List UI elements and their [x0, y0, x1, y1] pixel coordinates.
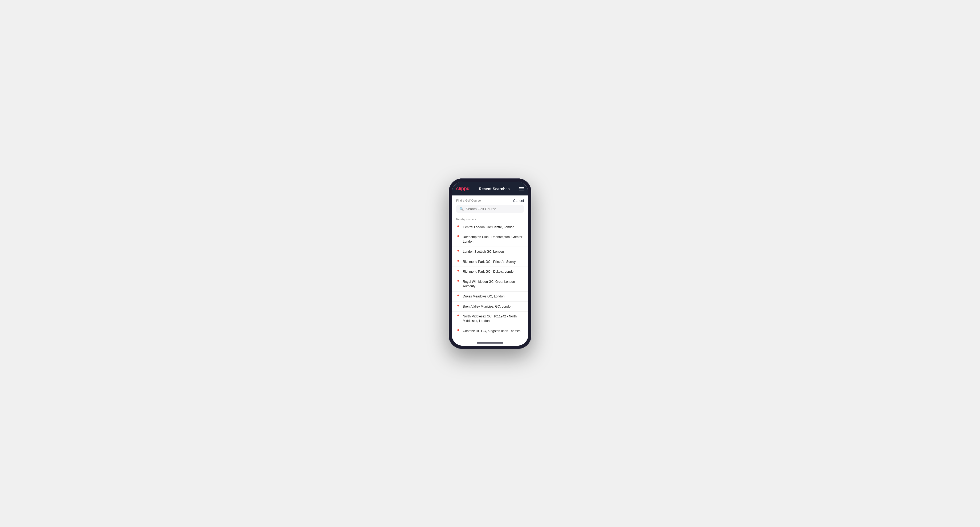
course-name: Royal Wimbledon GC, Great London Authori… — [463, 279, 524, 289]
phone-device: clippd Recent Searches Find a Golf Cours… — [449, 178, 531, 349]
course-name: Central London Golf Centre, London — [463, 225, 514, 230]
list-item[interactable]: 📍 Royal Wimbledon GC, Great London Autho… — [452, 277, 528, 292]
pin-icon: 📍 — [456, 260, 460, 264]
course-name: North Middlesex GC (1011942 - North Midd… — [463, 314, 524, 323]
cancel-button[interactable]: Cancel — [513, 198, 524, 203]
list-item[interactable]: 📍 Dukes Meadows GC, London — [452, 292, 528, 302]
phone-screen: clippd Recent Searches Find a Golf Cours… — [452, 182, 528, 346]
pin-icon: 📍 — [456, 280, 460, 284]
search-container: 🔍 — [452, 205, 528, 216]
course-name: Brent Valley Municipal GC, London — [463, 305, 512, 309]
list-item[interactable]: 📍 North Middlesex GC (1011942 - North Mi… — [452, 311, 528, 326]
search-input[interactable] — [466, 207, 521, 211]
list-item[interactable]: 📍 Brent Valley Municipal GC, London — [452, 302, 528, 312]
search-box: 🔍 — [456, 205, 524, 213]
find-label: Find a Golf Course — [456, 199, 480, 202]
home-indicator — [452, 340, 528, 346]
nav-title: Recent Searches — [479, 187, 510, 191]
pin-icon: 📍 — [456, 225, 460, 229]
nav-bar: clippd Recent Searches — [452, 182, 528, 195]
pin-icon: 📍 — [456, 235, 460, 239]
menu-line-2 — [519, 189, 524, 189]
app-logo: clippd — [456, 186, 469, 192]
pin-icon: 📍 — [456, 295, 460, 298]
pin-icon: 📍 — [456, 329, 460, 333]
list-item[interactable]: 📍 Richmond Park GC - Duke's, London — [452, 267, 528, 277]
course-name: London Scottish GC, London — [463, 249, 504, 254]
search-icon: 🔍 — [459, 207, 464, 211]
main-content: Find a Golf Course Cancel 🔍 Nearby cours… — [452, 195, 528, 346]
section-label: Nearby courses — [452, 216, 528, 222]
course-name: Richmond Park GC - Duke's, London — [463, 270, 515, 274]
list-item[interactable]: 📍 Central London Golf Centre, London — [452, 222, 528, 232]
list-item[interactable]: 📍 Coombe Hill GC, Kingston upon Thames — [452, 326, 528, 337]
list-item[interactable]: 📍 Richmond Park GC - Prince's, Surrey — [452, 257, 528, 267]
pin-icon: 📍 — [456, 270, 460, 273]
course-name: Roehampton Club - Roehampton, Greater Lo… — [463, 235, 524, 244]
course-name: Richmond Park GC - Prince's, Surrey — [463, 260, 515, 264]
pin-icon: 📍 — [456, 314, 460, 318]
pin-icon: 📍 — [456, 305, 460, 308]
course-name: Dukes Meadows GC, London — [463, 294, 505, 299]
menu-line-1 — [519, 187, 524, 188]
find-header: Find a Golf Course Cancel — [452, 195, 528, 205]
courses-section: Nearby courses 📍 Central London Golf Cen… — [452, 216, 528, 340]
home-bar — [477, 343, 503, 343]
menu-icon[interactable] — [519, 187, 524, 190]
list-item[interactable]: 📍 London Scottish GC, London — [452, 247, 528, 257]
pin-icon: 📍 — [456, 250, 460, 254]
list-item[interactable]: 📍 Roehampton Club - Roehampton, Greater … — [452, 232, 528, 247]
menu-line-3 — [519, 190, 524, 190]
course-name: Coombe Hill GC, Kingston upon Thames — [463, 329, 521, 333]
